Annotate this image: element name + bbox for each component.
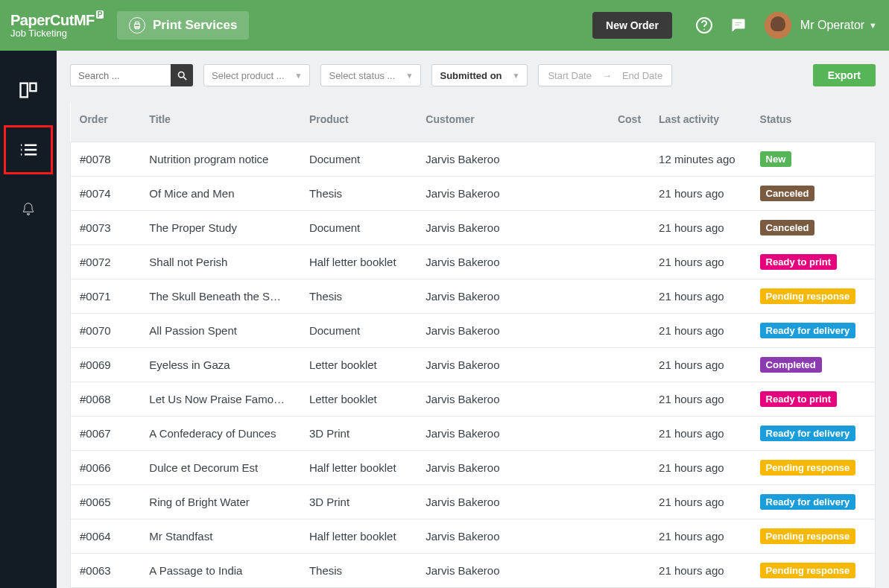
- user-menu-caret-icon[interactable]: ▼: [869, 21, 877, 30]
- table-row[interactable]: #0069Eyeless in GazaLetter bookletJarvis…: [71, 348, 876, 382]
- cell-order: #0071: [71, 279, 141, 314]
- chat-icon[interactable]: [729, 16, 748, 35]
- cell-activity: 21 hours ago: [650, 519, 751, 554]
- table-row[interactable]: #0064Mr StandfastHalf letter bookletJarv…: [71, 519, 876, 554]
- cell-activity: 12 minutes ago: [650, 142, 751, 177]
- date-range-picker[interactable]: Start Date → End Date: [538, 64, 672, 86]
- cell-cost: [595, 417, 650, 451]
- column-product[interactable]: Product: [300, 103, 417, 142]
- cell-status: Ready for delivery: [751, 417, 876, 451]
- filter-bar: Select product ... ▼ Select status ... ▼…: [70, 64, 876, 86]
- cell-title: A Confederacy of Dunces: [140, 417, 300, 451]
- cell-cost: [595, 554, 650, 588]
- column-customer[interactable]: Customer: [417, 103, 595, 142]
- date-type-label: Submitted on: [440, 70, 502, 81]
- cell-status: Ready to print: [751, 245, 876, 279]
- end-date-placeholder: End Date: [622, 70, 662, 81]
- status-badge: Pending response: [760, 460, 856, 475]
- table-row[interactable]: #0074Of Mice and MenThesisJarvis Bakeroo…: [71, 177, 876, 211]
- cell-cost: [595, 348, 650, 382]
- cell-status: New: [751, 142, 876, 177]
- cell-customer: Jarvis Bakeroo: [417, 211, 595, 245]
- cell-status: Ready for delivery: [751, 485, 876, 519]
- table-row[interactable]: #0070All Passion SpentDocumentJarvis Bak…: [71, 314, 876, 348]
- svg-rect-6: [735, 25, 740, 26]
- user-avatar[interactable]: [765, 12, 791, 39]
- cell-activity: 21 hours ago: [650, 485, 751, 519]
- cell-product: Document: [300, 211, 417, 245]
- sidebar-item-board[interactable]: [5, 67, 51, 113]
- svg-rect-8: [30, 83, 36, 92]
- column-order[interactable]: Order: [71, 103, 141, 142]
- table-row[interactable]: #0063A Passage to IndiaThesisJarvis Bake…: [71, 554, 876, 588]
- status-badge: Pending response: [760, 288, 856, 304]
- cell-product: Letter booklet: [300, 382, 417, 417]
- cell-order: #0072: [71, 245, 141, 279]
- cell-cost: [595, 142, 650, 177]
- new-order-button[interactable]: New Order: [592, 12, 672, 39]
- cell-cost: [595, 279, 650, 314]
- cell-status: Pending response: [751, 554, 876, 588]
- orders-table: Order Title Product Customer Cost Last a…: [70, 103, 876, 588]
- cell-title: Of Mice and Men: [140, 177, 300, 211]
- cell-customer: Jarvis Bakeroo: [417, 245, 595, 279]
- cell-activity: 21 hours ago: [650, 177, 751, 211]
- cell-title: Dulce et Decorum Est: [140, 451, 300, 485]
- column-activity[interactable]: Last activity: [650, 103, 751, 142]
- logo-subtitle: Job Ticketing: [10, 28, 104, 39]
- svg-point-4: [703, 29, 705, 31]
- cell-order: #0074: [71, 177, 141, 211]
- product-filter-dropdown[interactable]: Select product ... ▼: [203, 64, 310, 86]
- column-status[interactable]: Status: [751, 103, 876, 142]
- table-row[interactable]: #0067A Confederacy of Dunces3D PrintJarv…: [71, 417, 876, 451]
- help-icon[interactable]: [695, 16, 714, 35]
- sidebar-item-list[interactable]: [5, 127, 51, 173]
- search-input[interactable]: [70, 64, 171, 86]
- table-row[interactable]: #0071The Skull Beneath the S…ThesisJarvi…: [71, 279, 876, 314]
- cell-cost: [595, 314, 650, 348]
- table-row[interactable]: #0065Ring of Bright Water3D PrintJarvis …: [71, 485, 876, 519]
- print-services-button[interactable]: Print Services: [117, 11, 249, 39]
- date-type-dropdown[interactable]: Submitted on ▼: [431, 64, 528, 86]
- cell-order: #0065: [71, 485, 141, 519]
- column-title[interactable]: Title: [140, 103, 300, 142]
- cell-title: The Proper Study: [140, 211, 300, 245]
- cell-product: Half letter booklet: [300, 519, 417, 554]
- chevron-down-icon: ▼: [406, 72, 414, 80]
- cell-activity: 21 hours ago: [650, 245, 751, 279]
- status-filter-dropdown[interactable]: Select status ... ▼: [320, 64, 421, 86]
- cell-customer: Jarvis Bakeroo: [417, 485, 595, 519]
- table-row[interactable]: #0078Nutrition program noticeDocumentJar…: [71, 142, 876, 177]
- cell-product: Letter booklet: [300, 348, 417, 382]
- product-filter-label: Select product ...: [212, 70, 285, 81]
- cell-customer: Jarvis Bakeroo: [417, 417, 595, 451]
- cell-product: 3D Print: [300, 485, 417, 519]
- cell-title: Nutrition program notice: [140, 142, 300, 177]
- cell-customer: Jarvis Bakeroo: [417, 519, 595, 554]
- table-row[interactable]: #0068Let Us Now Praise Famo…Letter bookl…: [71, 382, 876, 417]
- cell-activity: 21 hours ago: [650, 382, 751, 417]
- export-button[interactable]: Export: [813, 64, 876, 86]
- sidebar-item-notifications[interactable]: [5, 186, 51, 233]
- cell-title: Mr Standfast: [140, 519, 300, 554]
- cell-customer: Jarvis Bakeroo: [417, 554, 595, 588]
- cell-order: #0066: [71, 451, 141, 485]
- table-row[interactable]: #0073The Proper StudyDocumentJarvis Bake…: [71, 211, 876, 245]
- cell-customer: Jarvis Bakeroo: [417, 348, 595, 382]
- cell-status: Completed: [751, 348, 876, 382]
- cell-title: Let Us Now Praise Famo…: [140, 382, 300, 417]
- left-sidebar: [0, 51, 57, 588]
- table-row[interactable]: #0072Shall not PerishHalf letter booklet…: [71, 245, 876, 279]
- svg-rect-5: [735, 22, 742, 24]
- user-name-label: Mr Operator: [800, 19, 864, 32]
- cell-cost: [595, 211, 650, 245]
- search-button[interactable]: [171, 64, 193, 86]
- table-row[interactable]: #0066Dulce et Decorum EstHalf letter boo…: [71, 451, 876, 485]
- status-badge: Ready for delivery: [760, 323, 856, 338]
- status-badge: Canceled: [760, 220, 815, 235]
- cell-status: Pending response: [751, 519, 876, 554]
- svg-rect-1: [136, 22, 139, 24]
- main-content: Select product ... ▼ Select status ... ▼…: [57, 51, 889, 588]
- column-cost[interactable]: Cost: [595, 103, 650, 142]
- cell-activity: 21 hours ago: [650, 451, 751, 485]
